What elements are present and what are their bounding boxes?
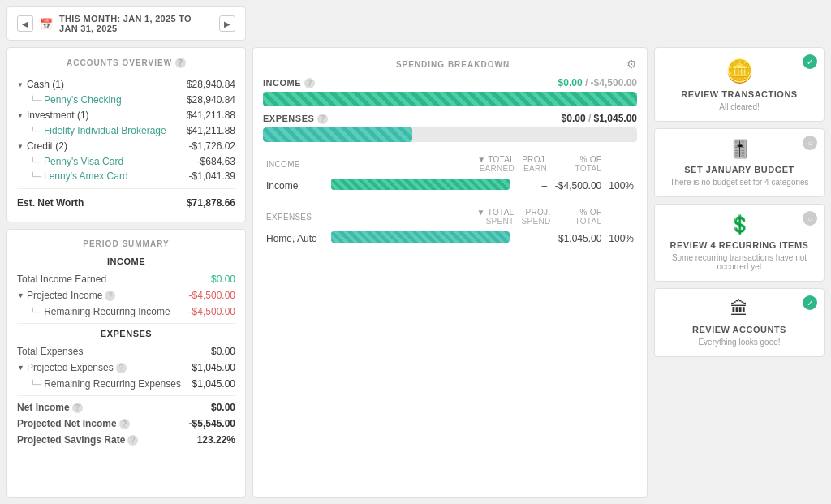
prev-month-button[interactable]: ◀ — [17, 15, 33, 32]
accounts-overview-panel: ACCOUNTS OVERVIEW ? ▼ Cash (1) $28,940.8… — [6, 47, 246, 222]
set-budget-icon: 🎚️ — [729, 139, 751, 160]
accounts-help-icon[interactable]: ? — [175, 58, 186, 68]
set-budget-desc: There is no budget set for 4 categories — [670, 178, 808, 187]
projected-savings-rate-row: Projected Savings Rate ? 123.22% — [17, 432, 235, 448]
projected-income-row: ▼ Projected Income ? -$4,500.00 — [17, 287, 235, 304]
income-progress-bar — [263, 92, 637, 106]
review-transactions-status-badge: ✓ — [803, 54, 817, 69]
income-help-icon[interactable]: ? — [304, 78, 315, 88]
credit-group-header[interactable]: ▼ Credit (2) -$1,726.02 — [17, 138, 235, 154]
review-accounts-desc: Everything looks good! — [698, 338, 780, 347]
projected-income-expand-icon[interactable]: ▼ — [17, 291, 24, 299]
income-cat-bar — [331, 179, 510, 190]
period-summary-title: PERIOD SUMMARY — [17, 239, 235, 248]
date-bar: ◀ 📅 THIS MONTH: JAN 1, 2025 TO JAN 31, 2… — [6, 6, 246, 41]
total-income-earned-row: Total Income Earned $0.00 — [17, 271, 235, 287]
net-income-help-icon[interactable]: ? — [72, 403, 83, 413]
review-transactions-title: REVIEW TRANSACTIONS — [681, 89, 797, 99]
expenses-progress-fill — [263, 127, 412, 142]
expenses-cat-bar — [331, 231, 510, 243]
fidelity-item: Fidelity Individual Brokerage $41,211.88 — [17, 123, 235, 138]
total-expenses-row: Total Expenses $0.00 — [17, 343, 235, 360]
income-bar-header: INCOME ? $0.00 / -$4,500.00 — [263, 77, 637, 88]
net-income-row: Net Income ? $0.00 — [17, 399, 235, 416]
income-breakdown-table: INCOME ▼ TOTAL EARNED PROJ. EARN % OF TO… — [263, 152, 637, 195]
projected-expenses-expand-icon[interactable]: ▼ — [17, 364, 24, 372]
next-month-button[interactable]: ▶ — [219, 15, 235, 32]
expenses-row-home-auto: Home, Auto – $1,045.00 100% — [263, 229, 637, 248]
expenses-subsection-title: EXPENSES — [17, 329, 235, 338]
investment-group-header[interactable]: ▼ Investment (1) $41,211.88 — [17, 107, 235, 123]
left-column: ACCOUNTS OVERVIEW ? ▼ Cash (1) $28,940.8… — [6, 47, 246, 498]
breakdown-title: SPENDING BREAKDOWN — [279, 60, 626, 69]
review-transactions-icon: 🪙 — [726, 58, 754, 84]
projected-net-income-help-icon[interactable]: ? — [119, 419, 130, 429]
net-worth-row: Est. Net Worth $71,878.66 — [17, 194, 235, 212]
projected-income-help-icon[interactable]: ? — [105, 291, 115, 301]
remaining-recurring-income-row: Remaining Recurring Income -$4,500.00 — [17, 304, 235, 320]
tasks-column: ✓ 🪙 REVIEW TRANSACTIONS All cleared! ○ 🎚… — [654, 47, 825, 498]
expenses-progress-bar — [263, 127, 637, 142]
projected-savings-rate-help-icon[interactable]: ? — [127, 435, 138, 446]
date-range-label: THIS MONTH: JAN 1, 2025 TO JAN 31, 2025 — [59, 14, 213, 33]
projected-expenses-help-icon[interactable]: ? — [116, 363, 127, 373]
cash-group-header[interactable]: ▼ Cash (1) $28,940.84 — [17, 76, 235, 93]
review-recurring-status-badge: ○ — [803, 211, 817, 226]
amex-card-item: Lenny's Amex Card -$1,041.39 — [17, 169, 235, 183]
review-accounts-status-badge: ✓ — [803, 295, 817, 310]
accounts-overview-title: ACCOUNTS OVERVIEW ? — [17, 58, 235, 68]
visa-card-item: Penny's Visa Card -$684.63 — [17, 154, 235, 169]
expenses-help-icon[interactable]: ? — [317, 114, 328, 124]
income-subsection-title: INCOME — [17, 256, 235, 266]
review-accounts-icon: 🏛 — [730, 299, 748, 320]
breakdown-settings-button[interactable]: ⚙ — [626, 58, 637, 71]
calendar-icon: 📅 — [40, 18, 53, 30]
cash-expand-icon: ▼ — [17, 81, 24, 88]
review-recurring-desc: Some recurring transactions have not occ… — [665, 253, 814, 271]
projected-net-income-row: Projected Net Income ? -$5,545.00 — [17, 416, 235, 432]
set-budget-status-badge: ○ — [803, 136, 817, 150]
set-budget-card[interactable]: ○ 🎚️ SET JANUARY BUDGET There is no budg… — [654, 128, 825, 197]
review-recurring-title: REVIEW 4 RECURRING ITEMS — [670, 240, 809, 250]
projected-expenses-row: ▼ Projected Expenses ? $1,045.00 — [17, 360, 235, 376]
review-recurring-icon: 💲 — [729, 214, 751, 235]
review-transactions-desc: All cleared! — [719, 102, 759, 111]
expenses-bar-header: EXPENSES ? $0.00 / $1,045.00 — [263, 113, 637, 124]
expenses-section: EXPENSES ? $0.00 / $1,045.00 — [263, 113, 637, 142]
breakdown-header: SPENDING BREAKDOWN ⚙ — [263, 58, 637, 71]
credit-expand-icon: ▼ — [17, 143, 24, 150]
remaining-recurring-expenses-row: Remaining Recurring Expenses $1,045.00 — [17, 376, 235, 392]
investment-expand-icon: ▼ — [17, 112, 24, 119]
income-progress-fill — [263, 92, 637, 106]
pennys-checking-item: Penny's Checking $28,940.84 — [17, 93, 235, 107]
expenses-breakdown-table: EXPENSES ▼ TOTAL SPENT PROJ. SPEND % OF … — [263, 205, 637, 248]
review-transactions-card[interactable]: ✓ 🪙 REVIEW TRANSACTIONS All cleared! — [654, 47, 825, 122]
review-accounts-card[interactable]: ✓ 🏛 REVIEW ACCOUNTS Everything looks goo… — [654, 288, 825, 357]
spending-breakdown-panel: SPENDING BREAKDOWN ⚙ INCOME ? $0.00 / -$… — [252, 47, 648, 498]
income-section: INCOME ? $0.00 / -$4,500.00 — [263, 77, 637, 106]
income-row-income: Income – -$4,500.00 100% — [263, 176, 637, 195]
review-recurring-card[interactable]: ○ 💲 REVIEW 4 RECURRING ITEMS Some recurr… — [654, 204, 825, 282]
review-accounts-title: REVIEW ACCOUNTS — [692, 325, 786, 334]
period-summary-panel: PERIOD SUMMARY INCOME Total Income Earne… — [6, 229, 246, 498]
set-budget-title: SET JANUARY BUDGET — [684, 165, 794, 174]
